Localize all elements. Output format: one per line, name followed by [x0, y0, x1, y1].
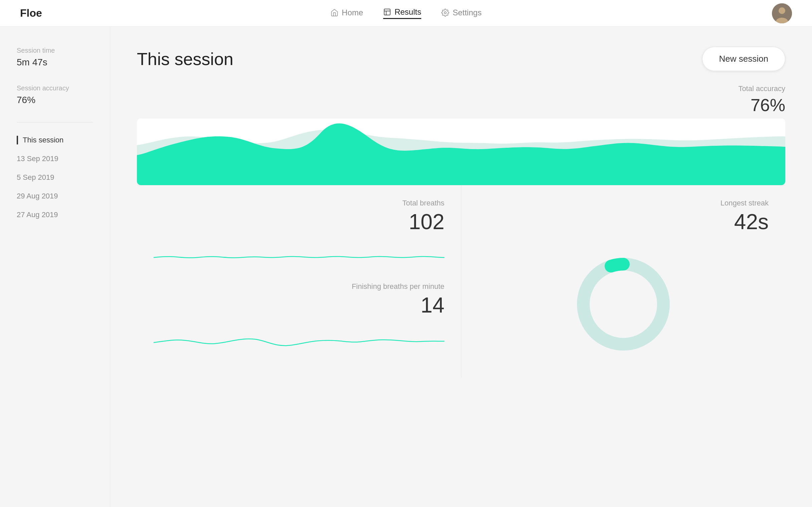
total-breaths-block: Total breaths 102: [154, 199, 444, 234]
small-chart-1: [154, 244, 444, 271]
svg-rect-0: [384, 9, 390, 15]
nav-settings[interactable]: Settings: [441, 8, 482, 19]
results-icon: [383, 8, 391, 16]
total-accuracy-block: Total accuracy 76%: [137, 84, 785, 115]
longest-streak-label: Longest streak: [478, 199, 769, 208]
total-accuracy-label: Total accuracy: [738, 84, 785, 93]
main-chart-svg: [137, 118, 785, 185]
session-accuracy-value: 76%: [17, 95, 93, 105]
app-logo: Floe: [20, 7, 42, 19]
small-chart-2: [154, 328, 444, 354]
layout: Session time 5m 47s Session accuracy 76%…: [0, 27, 812, 507]
session-time-value: 5m 47s: [17, 57, 93, 68]
nav-results[interactable]: Results: [383, 7, 421, 19]
sidebar: Session time 5m 47s Session accuracy 76%…: [0, 27, 110, 507]
page-header: This session New session: [137, 47, 785, 71]
total-breaths-label: Total breaths: [154, 199, 444, 208]
user-avatar[interactable]: [772, 3, 792, 23]
total-accuracy: Total accuracy 76%: [738, 84, 785, 115]
avatar-image: [772, 3, 792, 23]
sidebar-divider: [17, 122, 93, 122]
donut-chart-container: [478, 244, 769, 364]
home-icon: [331, 9, 339, 17]
svg-point-6: [583, 264, 663, 344]
total-accuracy-value: 76%: [738, 95, 785, 115]
session-item-current[interactable]: This session: [17, 136, 93, 145]
session-item-3[interactable]: 27 Aug 2019: [17, 211, 93, 219]
nav-home[interactable]: Home: [331, 8, 363, 19]
settings-icon: [441, 9, 449, 17]
header: Floe Home Results Settings: [0, 0, 812, 27]
finishing-bpm-block: Finishing breaths per minute 14: [154, 282, 444, 318]
main-chart: [137, 118, 785, 185]
session-time-section: Session time 5m 47s: [17, 47, 93, 68]
session-list: This session 13 Sep 2019 5 Sep 2019 29 A…: [17, 136, 93, 219]
bottom-panels: Total breaths 102 Finishing breaths per …: [137, 185, 785, 378]
session-accuracy-section: Session accuracy 76%: [17, 84, 93, 105]
total-breaths-value: 102: [154, 210, 444, 234]
main-content: This session New session Total accuracy …: [110, 27, 812, 507]
session-item-0[interactable]: 13 Sep 2019: [17, 155, 93, 163]
longest-streak-block: Longest streak 42s: [478, 199, 769, 234]
new-session-button[interactable]: New session: [702, 47, 785, 71]
session-item-1[interactable]: 5 Sep 2019: [17, 173, 93, 182]
page-title: This session: [137, 49, 234, 69]
longest-streak-value: 42s: [478, 210, 769, 234]
finishing-bpm-label: Finishing breaths per minute: [154, 282, 444, 291]
session-item-2[interactable]: 29 Aug 2019: [17, 192, 93, 201]
svg-point-4: [778, 7, 785, 14]
main-nav: Home Results Settings: [331, 7, 482, 19]
session-accuracy-label: Session accuracy: [17, 84, 93, 92]
left-panel: Total breaths 102 Finishing breaths per …: [137, 185, 461, 378]
donut-chart: [570, 251, 677, 357]
svg-point-2: [444, 12, 446, 14]
session-time-label: Session time: [17, 47, 93, 54]
finishing-bpm-value: 14: [154, 293, 444, 318]
right-panel: Longest streak 42s: [461, 185, 785, 378]
